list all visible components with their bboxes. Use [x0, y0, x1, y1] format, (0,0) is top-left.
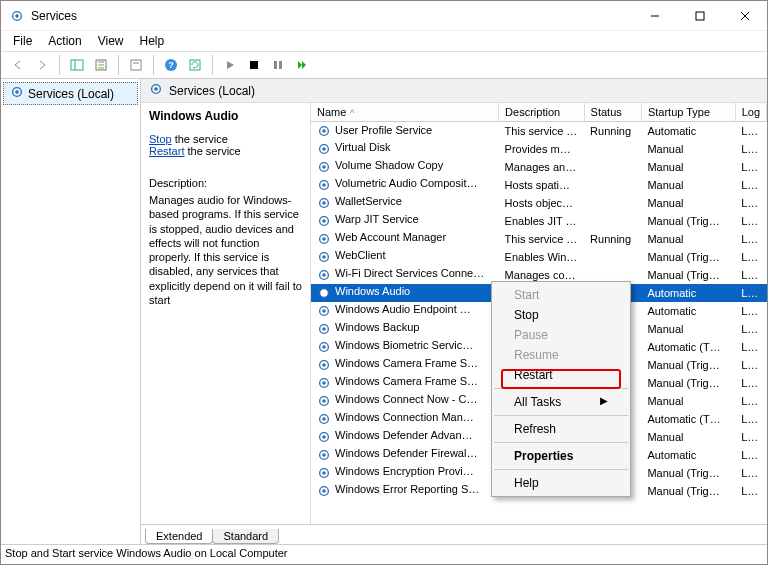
svg-point-54: [322, 417, 326, 421]
show-hide-tree-button[interactable]: [66, 54, 88, 76]
menu-file[interactable]: File: [5, 32, 40, 50]
table-row[interactable]: User Profile ServiceThis service …Runnin…: [311, 122, 767, 140]
detail-service-name: Windows Audio: [149, 109, 302, 123]
ctx-pause[interactable]: Pause: [492, 325, 630, 345]
svg-point-30: [322, 201, 326, 205]
col-startup[interactable]: Startup Type: [641, 103, 735, 122]
table-row[interactable]: Warp JIT ServiceEnables JIT …Manual (Tri…: [311, 212, 767, 230]
description-body: Manages audio for Windows-based programs…: [149, 193, 302, 307]
table-row[interactable]: Web Account ManagerThis service …Running…: [311, 230, 767, 248]
tab-extended[interactable]: Extended: [145, 529, 213, 544]
svg-point-58: [322, 453, 326, 457]
svg-point-32: [322, 219, 326, 223]
nav-tree[interactable]: Services (Local): [1, 79, 141, 544]
svg-point-38: [322, 273, 326, 277]
refresh-button[interactable]: [184, 54, 206, 76]
svg-point-36: [322, 255, 326, 259]
svg-point-62: [322, 489, 326, 493]
svg-point-42: [322, 309, 326, 313]
ctx-restart[interactable]: Restart: [492, 365, 630, 385]
gear-icon: [317, 250, 331, 264]
maximize-button[interactable]: [677, 1, 722, 31]
start-service-button[interactable]: [219, 54, 241, 76]
gear-icon: [317, 430, 331, 444]
col-status[interactable]: Status: [584, 103, 641, 122]
body: Services (Local) Services (Local) Window…: [1, 79, 767, 544]
svg-rect-14: [250, 61, 258, 69]
gear-icon: [317, 214, 331, 228]
gear-icon: [317, 412, 331, 426]
gear-icon: [317, 484, 331, 498]
svg-point-20: [154, 87, 158, 91]
col-description[interactable]: Description: [499, 103, 584, 122]
col-name[interactable]: Name^: [311, 103, 499, 122]
table-row[interactable]: Volume Shadow CopyManages an…ManualLoca: [311, 158, 767, 176]
tab-standard[interactable]: Standard: [212, 529, 279, 544]
svg-point-60: [322, 471, 326, 475]
gear-icon: [317, 124, 331, 138]
restart-service-button[interactable]: [291, 54, 313, 76]
ctx-properties[interactable]: Properties: [492, 446, 630, 466]
table-row[interactable]: WebClientEnables Win…Manual (Trig…Loca: [311, 248, 767, 266]
svg-point-48: [322, 363, 326, 367]
gear-icon: [317, 286, 331, 300]
help-button[interactable]: ?: [160, 54, 182, 76]
ctx-start[interactable]: Start: [492, 285, 630, 305]
svg-point-56: [322, 435, 326, 439]
description-heading: Description:: [149, 177, 302, 189]
export-list-button[interactable]: [90, 54, 112, 76]
nav-services-local[interactable]: Services (Local): [3, 82, 138, 105]
stop-suffix: the service: [172, 133, 228, 145]
table-row[interactable]: Virtual DiskProvides m…ManualLoca: [311, 140, 767, 158]
ctx-stop[interactable]: Stop: [492, 305, 630, 325]
col-logon[interactable]: Log: [735, 103, 766, 122]
app-icon: [9, 8, 25, 24]
svg-rect-6: [71, 60, 83, 70]
properties-button[interactable]: [125, 54, 147, 76]
forward-button[interactable]: [31, 54, 53, 76]
close-button[interactable]: [722, 1, 767, 31]
svg-point-22: [322, 129, 326, 133]
svg-rect-3: [696, 12, 704, 20]
nav-root-label: Services (Local): [28, 87, 114, 101]
ctx-help[interactable]: Help: [492, 473, 630, 493]
svg-point-40: [322, 291, 326, 295]
gear-icon: [317, 376, 331, 390]
gear-icon: [317, 340, 331, 354]
window-title: Services: [31, 9, 632, 23]
gear-icon: [317, 304, 331, 318]
svg-point-50: [322, 381, 326, 385]
restart-link[interactable]: Restart: [149, 145, 184, 157]
main-title: Services (Local): [141, 79, 767, 103]
ctx-all-tasks[interactable]: All Tasks▶: [492, 392, 630, 412]
ctx-refresh[interactable]: Refresh: [492, 419, 630, 439]
table-row[interactable]: Volumetric Audio Composit…Hosts spati…Ma…: [311, 176, 767, 194]
back-button[interactable]: [7, 54, 29, 76]
svg-point-28: [322, 183, 326, 187]
menubar: File Action View Help: [1, 31, 767, 51]
table-row[interactable]: WalletServiceHosts objec…ManualLoca: [311, 194, 767, 212]
gear-icon: [317, 232, 331, 246]
svg-point-1: [15, 14, 19, 18]
svg-point-24: [322, 147, 326, 151]
ctx-resume[interactable]: Resume: [492, 345, 630, 365]
context-menu: Start Stop Pause Resume Restart All Task…: [491, 281, 631, 497]
minimize-button[interactable]: [632, 1, 677, 31]
svg-rect-15: [274, 61, 277, 69]
gear-icon: [317, 358, 331, 372]
svg-point-44: [322, 327, 326, 331]
menu-help[interactable]: Help: [132, 32, 173, 50]
menu-view[interactable]: View: [90, 32, 132, 50]
menu-action[interactable]: Action: [40, 32, 89, 50]
svg-text:?: ?: [168, 60, 174, 70]
stop-link[interactable]: Stop: [149, 133, 172, 145]
gear-icon: [10, 85, 24, 102]
services-window: Services File Action View Help ? Ser: [0, 0, 768, 565]
svg-rect-9: [131, 60, 141, 70]
stop-service-button[interactable]: [243, 54, 265, 76]
svg-point-46: [322, 345, 326, 349]
pause-service-button[interactable]: [267, 54, 289, 76]
gear-icon: [317, 322, 331, 336]
toolbar: ?: [1, 51, 767, 79]
restart-suffix: the service: [184, 145, 240, 157]
